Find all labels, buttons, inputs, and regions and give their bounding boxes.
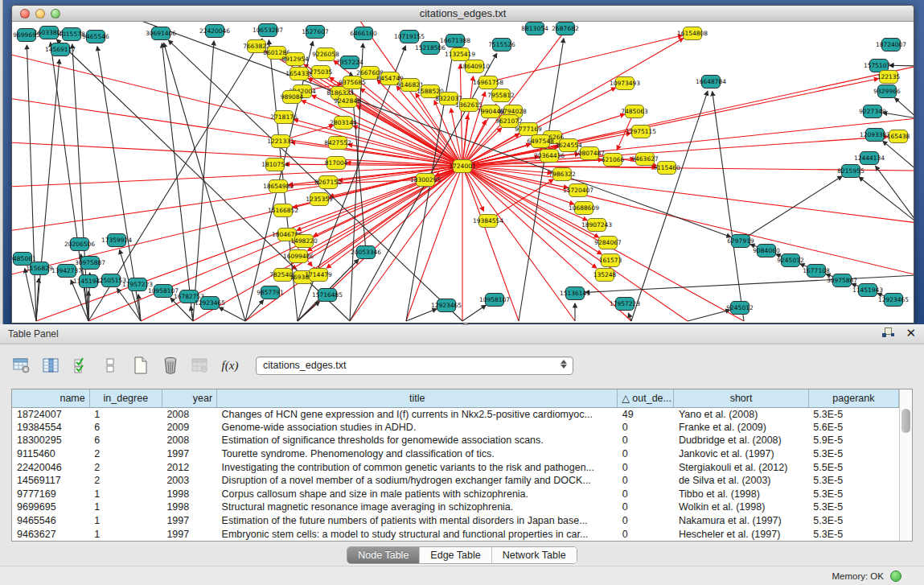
graph-node[interactable]: 122135 xyxy=(879,70,898,84)
table-cell[interactable]: Wolkin et al. (1998) xyxy=(674,501,808,514)
table-row[interactable]: 2242004622012Investigating the contribut… xyxy=(12,460,899,474)
table-cell[interactable]: 5.3E-5 xyxy=(808,501,898,514)
graph-node[interactable]: 10719155 xyxy=(400,30,419,43)
graph-node[interactable]: 10958107 xyxy=(154,284,173,298)
select-all-icon[interactable] xyxy=(71,355,92,376)
graph-node[interactable]: 161573 xyxy=(601,253,620,267)
table-cell[interactable]: 1 xyxy=(89,514,162,528)
table-cell[interactable]: 5.5E-5 xyxy=(808,460,898,474)
graph-node[interactable]: 7955812 xyxy=(491,89,511,102)
table-row[interactable]: 1456911722003Disruption of a novel membe… xyxy=(12,474,899,488)
graph-node[interactable]: 18300295 xyxy=(416,173,435,187)
table-cell[interactable]: 9699695 xyxy=(12,501,89,514)
graph-node[interactable]: 9115460 xyxy=(657,161,676,175)
table-cell[interactable]: 22420046 xyxy=(12,460,89,474)
table-cell[interactable]: 0 xyxy=(618,421,674,435)
float-panel-icon[interactable] xyxy=(882,327,894,339)
table-cell[interactable]: Structural magnetic resonance image aver… xyxy=(217,501,618,514)
graph-node[interactable]: 9242848 xyxy=(338,94,357,108)
table-cell[interactable]: 2 xyxy=(89,474,162,488)
graph-node[interactable]: 15716485 xyxy=(318,288,337,302)
graph-node[interactable]: 135248 xyxy=(595,268,614,282)
graph-node[interactable]: 22420046 xyxy=(205,24,224,38)
table-cell[interactable]: 19384554 xyxy=(12,421,89,435)
graph-node[interactable]: 7986322 xyxy=(552,167,572,181)
graph-node[interactable]: 9463627 xyxy=(635,152,655,166)
table-cell[interactable]: Franke et al. (2009) xyxy=(674,421,808,435)
tab-node-table[interactable]: Node Table xyxy=(347,547,420,563)
graph-node[interactable]: 165438 xyxy=(889,130,908,143)
table-row[interactable]: 1938455462009Genome-wide association stu… xyxy=(12,421,899,435)
table-cell[interactable]: 5.6E-5 xyxy=(808,421,898,435)
graph-node[interactable]: 18724007 xyxy=(881,38,901,51)
graph-node[interactable]: 9284067 xyxy=(598,236,618,249)
graph-node[interactable]: 12444134 xyxy=(860,151,879,165)
table-cell[interactable]: 9465546 xyxy=(12,514,89,528)
graph-node[interactable]: 16099486 xyxy=(289,249,308,263)
table-cell[interactable]: 5.3E-5 xyxy=(808,527,898,541)
table-row[interactable]: 911546021997Tourette syndrome. Phenomeno… xyxy=(12,447,899,461)
graph-node[interactable]: 6466160 xyxy=(354,27,373,40)
graph-node[interactable]: 16961758 xyxy=(478,76,498,89)
table-cell[interactable]: Jankovic et al. (1997) xyxy=(674,447,808,461)
column-header-name[interactable]: name xyxy=(12,389,89,407)
graph-node[interactable]: 1714479 xyxy=(309,268,328,282)
graph-node[interactable]: 16154808 xyxy=(683,27,702,40)
graph-node[interactable]: 30691406 xyxy=(151,27,170,40)
graph-node[interactable]: 1724001 xyxy=(453,159,472,173)
graph-node[interactable]: 12923465 xyxy=(437,299,456,312)
graph-node[interactable]: 1527607 xyxy=(306,25,325,39)
table-cell[interactable]: 5.9E-5 xyxy=(808,434,898,447)
table-cell[interactable]: 9777169 xyxy=(12,488,89,501)
graph-node[interactable]: 1156829 xyxy=(30,262,49,275)
table-cell[interactable]: 2003 xyxy=(162,474,216,488)
graph-node[interactable]: 2687682 xyxy=(556,22,575,35)
graph-node[interactable]: 2718176 xyxy=(274,110,294,124)
graph-node[interactable]: 8427552 xyxy=(328,136,347,150)
table-cell[interactable]: 6 xyxy=(89,434,162,447)
function-builder-icon[interactable]: f(x) xyxy=(220,355,240,376)
graph-node[interactable]: 275035 xyxy=(311,65,331,79)
tab-network-table[interactable]: Network Table xyxy=(492,547,577,563)
graph-node[interactable]: 6497548 xyxy=(531,134,550,148)
table-cell[interactable]: Corpus callosum shape and size in male p… xyxy=(217,488,618,501)
graph-node[interactable]: 18640910 xyxy=(465,60,484,73)
table-cell[interactable]: 0 xyxy=(618,474,674,488)
table-cell[interactable]: 1998 xyxy=(162,488,216,501)
table-cell[interactable]: 6 xyxy=(89,421,162,435)
column-header-title[interactable]: title xyxy=(217,389,618,407)
table-cell[interactable]: 1 xyxy=(89,501,162,514)
table-cell[interactable]: Disruption of a novel member of a sodium… xyxy=(217,474,618,488)
graph-node[interactable]: 12975115 xyxy=(631,125,651,138)
graph-node[interactable]: 9226058 xyxy=(316,47,335,61)
table-cell[interactable]: 18724007 xyxy=(12,407,89,421)
table-cell[interactable]: Hescheler et al. (1997) xyxy=(674,527,808,541)
table-cell[interactable]: 2 xyxy=(89,460,162,474)
table-cell[interactable]: 0 xyxy=(618,488,674,501)
table-cell[interactable]: Nakamura et al. (1997) xyxy=(674,514,808,528)
graph-node[interactable]: 16033809 xyxy=(39,26,59,39)
table-cell[interactable]: 1 xyxy=(89,527,162,541)
graph-node[interactable]: 14569117 xyxy=(51,43,70,56)
graph-node[interactable]: 12923465 xyxy=(200,296,220,310)
table-cell[interactable]: 49 xyxy=(618,407,674,421)
graph-node[interactable]: 7515526 xyxy=(492,38,511,51)
graph-node[interactable]: 6797919 xyxy=(731,234,750,248)
column-header-year[interactable]: year xyxy=(162,389,216,407)
graph-node[interactable]: 12923465 xyxy=(884,293,903,307)
table-cell[interactable]: 1997 xyxy=(162,514,216,528)
graph-node[interactable]: 1498220 xyxy=(294,234,314,248)
table-row[interactable]: 946362711997Embryonic stem cells: a mode… xyxy=(12,527,899,541)
graph-node[interactable]: 9329966 xyxy=(877,84,897,98)
graph-node[interactable]: 9465546 xyxy=(86,30,105,43)
table-cell[interactable]: 1997 xyxy=(162,447,216,461)
network-view-window[interactable]: citations_edges.txt 17240019699695160338… xyxy=(11,5,914,323)
memory-ok-icon[interactable] xyxy=(890,571,901,582)
table-cell[interactable]: 2009 xyxy=(162,421,216,435)
graph-node[interactable]: 8912954 xyxy=(285,52,305,66)
table-cell[interactable]: 2 xyxy=(89,447,162,461)
table-cell[interactable]: 2008 xyxy=(162,434,216,447)
table-cell[interactable]: 0 xyxy=(618,460,674,474)
table-cell[interactable]: 1 xyxy=(89,407,162,421)
graph-node[interactable]: 1654338 xyxy=(290,67,309,80)
